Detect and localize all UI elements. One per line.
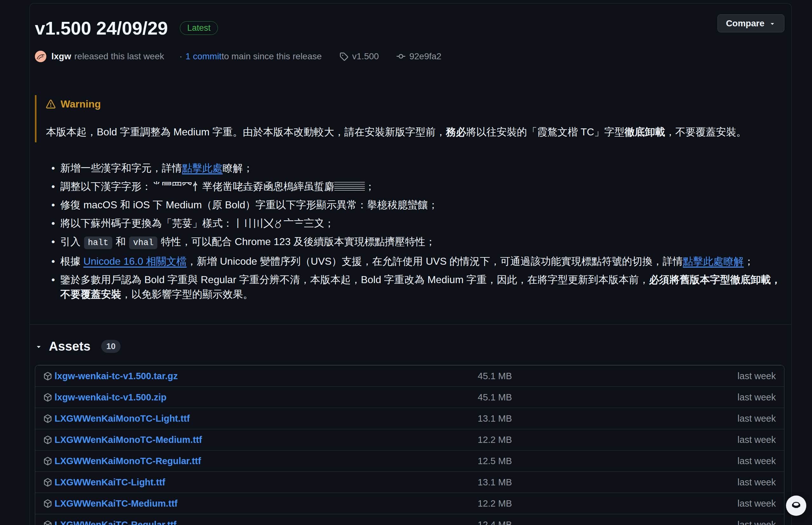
compare-button-label: Compare bbox=[726, 18, 764, 29]
tag-group: v1.500 bbox=[339, 51, 379, 61]
commits-since-rest: to main since this release bbox=[221, 51, 322, 61]
text-segment: 徹底卸載 bbox=[624, 126, 665, 138]
asset-row: LXGWWenKaiTC-Medium.ttf 12.2 MB last wee… bbox=[35, 493, 784, 514]
asset-name-cell: LXGWWenKaiMonoTC-Medium.ttf bbox=[43, 435, 478, 445]
asset-download-link[interactable]: lxgw-wenkai-tc-v1.500.tar.gz bbox=[55, 371, 178, 381]
asset-name-cell: LXGWWenKaiTC-Medium.ttf bbox=[43, 498, 478, 509]
inline-link[interactable]: 點擊此處 bbox=[182, 162, 223, 174]
note-item: 將以下蘇州碼子更換為「芫荽」樣式：〡〢〣〤〥〦〧〨〩； bbox=[51, 216, 784, 230]
meta-separator: · bbox=[179, 51, 182, 61]
asset-name-cell: LXGWWenKaiTC-Light.ttf bbox=[43, 477, 478, 487]
text-segment: halt bbox=[84, 237, 112, 249]
warning-paragraph: 本版本起，Bold 字重調整為 Medium 字重。由於本版本改動較大，請在安裝… bbox=[46, 124, 784, 139]
text-segment: 將以下蘇州碼子更換為「芫荽」樣式：〡〢〣〤〥〦〧〨〩； bbox=[60, 217, 334, 229]
release-title: v1.500 24/09/29 bbox=[35, 17, 168, 39]
asset-date: last week bbox=[674, 414, 776, 424]
asset-row: LXGWWenKaiMonoTC-Light.ttf 13.1 MB last … bbox=[35, 408, 784, 429]
note-item: 根據 Unicode 16.0 相關文檔，新增 Unicode 變體序列（UVS… bbox=[51, 254, 784, 269]
asset-name-cell: lxgw-wenkai-tc-v1.500.tar.gz bbox=[43, 371, 478, 381]
text-segment: ，新增 Unicode 變體序列（UVS）支援，在允許使用 UVS 的情況下，可… bbox=[187, 256, 683, 267]
assets-table: lxgw-wenkai-tc-v1.500.tar.gz 45.1 MB las… bbox=[35, 365, 784, 525]
asset-download-link[interactable]: LXGWWenKaiTC-Medium.ttf bbox=[55, 498, 178, 509]
github-release-page: { "colors": { "background": "#0d1117", "… bbox=[0, 0, 812, 525]
asset-size: 13.1 MB bbox=[478, 477, 674, 487]
commits-since-link[interactable]: 1 commit bbox=[186, 51, 222, 61]
git-commit-icon bbox=[397, 52, 405, 61]
asset-row: LXGWWenKaiTC-Regular.ttf 12.4 MB last we… bbox=[35, 514, 784, 525]
compare-button[interactable]: Compare bbox=[718, 14, 784, 32]
package-icon bbox=[43, 372, 52, 380]
tag-icon bbox=[339, 52, 348, 61]
text-segment: ，以免影響字型的顯示效果。 bbox=[121, 288, 253, 300]
copilot-button[interactable] bbox=[786, 496, 806, 516]
title-wrap: v1.500 24/09/29 Latest bbox=[35, 14, 218, 39]
note-item: 調整以下漢字字形：⺌⺜⺫⺳忄丵佬凿咾垚孬凾恖樢繂虽蜇麝▤▤▤； bbox=[51, 179, 784, 194]
asset-row: lxgw-wenkai-tc-v1.500.tar.gz 45.1 MB las… bbox=[35, 365, 784, 387]
inline-link[interactable]: Unicode 16.0 相關文檔 bbox=[84, 256, 187, 267]
asset-row: lxgw-wenkai-tc-v1.500.zip 45.1 MB last w… bbox=[35, 387, 784, 408]
note-item: 鑒於多數用戶認為 Bold 字重與 Regular 字重分辨不清，本版本起，Bo… bbox=[51, 272, 784, 301]
asset-row: LXGWWenKaiMonoTC-Medium.ttf 12.2 MB last… bbox=[35, 429, 784, 450]
text-segment: 本版本起，Bold 字重調整為 Medium 字重。由於本版本改動較大，請在安裝… bbox=[46, 126, 446, 138]
package-icon bbox=[43, 521, 52, 525]
asset-date: last week bbox=[674, 435, 776, 445]
package-icon bbox=[43, 499, 52, 508]
package-icon bbox=[43, 393, 52, 402]
text-segment: ； bbox=[744, 256, 754, 267]
asset-size: 45.1 MB bbox=[478, 371, 674, 381]
asset-name-cell: LXGWWenKaiMonoTC-Light.ttf bbox=[43, 414, 478, 424]
asset-size: 45.1 MB bbox=[478, 392, 674, 403]
tag-name: v1.500 bbox=[352, 51, 379, 61]
text-segment: 調整以下漢字字形：⺌⺜⺫⺳忄丵佬凿咾垚孬凾恖樢繂虽蜇麝▤▤▤； bbox=[60, 181, 375, 192]
note-item: 引入 halt 和 vhal 特性，可以配合 Chrome 123 及後續版本實… bbox=[51, 234, 784, 250]
assets-count-badge: 10 bbox=[101, 340, 120, 353]
asset-row: LXGWWenKaiMonoTC-Regular.ttf 12.5 MB las… bbox=[35, 450, 784, 471]
assets-section: Assets 10 lxgw-wenkai-tc-v1.500.tar.gz 4… bbox=[30, 324, 792, 525]
package-icon bbox=[43, 436, 52, 444]
release-notes-list: 新增一些漢字和字元，詳情點擊此處瞭解； 調整以下漢字字形：⺌⺜⺫⺳忄丵佬凿咾垚孬… bbox=[35, 161, 784, 301]
package-icon bbox=[43, 457, 52, 465]
copilot-icon bbox=[790, 500, 802, 512]
package-icon bbox=[43, 478, 52, 486]
asset-download-link[interactable]: LXGWWenKaiMonoTC-Light.ttf bbox=[55, 414, 190, 424]
warning-alert: Warning 本版本起，Bold 字重調整為 Medium 字重。由於本版本改… bbox=[35, 95, 784, 142]
release-card: v1.500 24/09/29 Latest Compare lxgw rele… bbox=[29, 3, 792, 525]
asset-date: last week bbox=[674, 392, 776, 403]
asset-date: last week bbox=[674, 371, 776, 381]
inline-link[interactable]: 點擊此處瞭解 bbox=[683, 256, 744, 267]
asset-download-link[interactable]: LXGWWenKaiTC-Regular.ttf bbox=[55, 520, 177, 525]
caret-down-icon bbox=[35, 343, 43, 350]
text-segment: 務必 bbox=[446, 126, 466, 138]
text-segment: 修復 macOS 和 iOS 下 Medium（原 Bold）字重以下字形顯示異… bbox=[60, 199, 438, 210]
text-segment: 和 bbox=[113, 236, 129, 247]
release-meta: lxgw released this last week · 1 commit … bbox=[35, 51, 784, 62]
assets-header[interactable]: Assets 10 bbox=[35, 339, 784, 354]
asset-date: last week bbox=[674, 520, 776, 525]
text-segment: vhal bbox=[129, 237, 157, 249]
text-segment: 特性，可以配合 Chrome 123 及後續版本實現標點擠壓特性； bbox=[158, 236, 435, 247]
text-segment: 鑒於多數用戶認為 Bold 字重與 Regular 字重分辨不清，本版本起，Bo… bbox=[60, 274, 649, 285]
asset-date: last week bbox=[674, 477, 776, 487]
asset-download-link[interactable]: LXGWWenKaiTC-Light.ttf bbox=[55, 477, 165, 487]
asset-size: 12.4 MB bbox=[478, 520, 674, 525]
asset-download-link[interactable]: LXGWWenKaiMonoTC-Medium.ttf bbox=[55, 435, 202, 445]
text-segment: ，不要覆蓋安裝。 bbox=[665, 126, 746, 138]
released-text: released this last week bbox=[74, 51, 164, 61]
author-login[interactable]: lxgw bbox=[51, 51, 71, 61]
commit-sha[interactable]: 92e9fa2 bbox=[409, 51, 441, 61]
release-header: v1.500 24/09/29 Latest Compare bbox=[35, 14, 784, 39]
asset-date: last week bbox=[674, 456, 776, 466]
text-segment: 將以往安裝的「霞鶩文楷 TC」字型 bbox=[466, 126, 625, 138]
asset-download-link[interactable]: lxgw-wenkai-tc-v1.500.zip bbox=[55, 392, 166, 403]
avatar[interactable] bbox=[35, 51, 46, 62]
latest-badge: Latest bbox=[180, 21, 218, 35]
avatar-art bbox=[35, 51, 46, 62]
warning-title: Warning bbox=[61, 98, 101, 110]
asset-row: LXGWWenKaiTC-Light.ttf 13.1 MB last week bbox=[35, 471, 784, 493]
text-segment: 引入 bbox=[60, 236, 84, 247]
commit-group: 92e9fa2 bbox=[397, 51, 441, 61]
asset-download-link[interactable]: LXGWWenKaiMonoTC-Regular.ttf bbox=[55, 456, 201, 466]
note-item: 新增一些漢字和字元，詳情點擊此處瞭解； bbox=[51, 161, 784, 175]
package-icon bbox=[43, 414, 52, 423]
asset-name-cell: lxgw-wenkai-tc-v1.500.zip bbox=[43, 392, 478, 403]
